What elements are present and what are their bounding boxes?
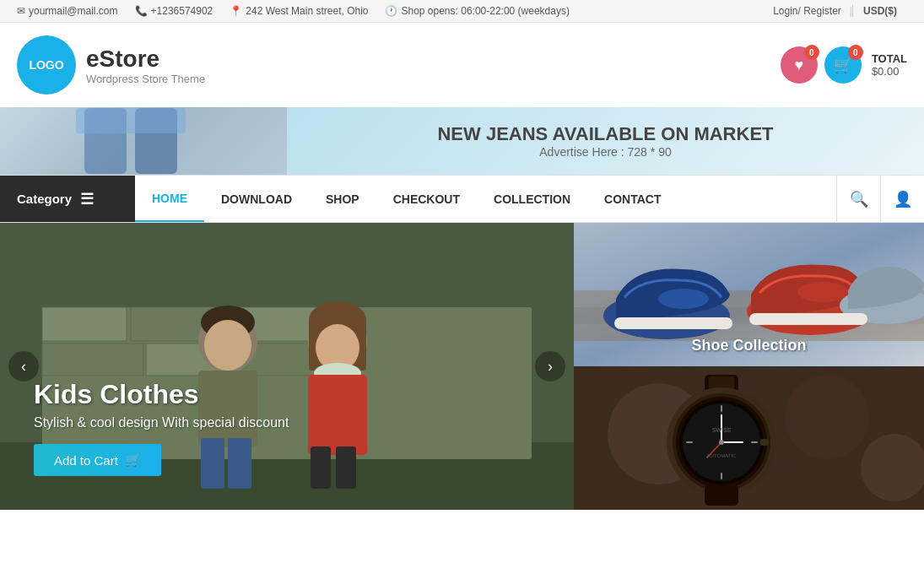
slider-next-button[interactable]: › (535, 351, 565, 381)
top-bar-right: Login/ Register | USD($) (765, 5, 907, 17)
logo-area: LOGO eStore Wordpress Store Theme (17, 35, 205, 95)
email-info: ✉ yourmail@mail.com (17, 5, 118, 17)
svg-rect-50 (721, 405, 722, 412)
svg-rect-2 (76, 108, 186, 133)
banner-subtitle: Advertise Here : 728 * 90 (304, 145, 907, 159)
top-bar-left: ✉ yourmail@mail.com 📞 +1236574902 📍 242 … (17, 5, 570, 17)
cart-badge: 0 (848, 45, 863, 60)
svg-point-14 (204, 320, 251, 371)
svg-rect-26 (336, 446, 356, 489)
nav-contact[interactable]: CONTACT (587, 177, 678, 221)
address-info: 📍 242 West Main street, Ohio (230, 5, 368, 17)
hours-info: 🕐 Shop opens: 06:00-22:00 (weekdays) (385, 5, 569, 17)
banner-placeholder (0, 107, 287, 175)
nav-shop[interactable]: SHOP (309, 177, 376, 221)
banner-title: NEW JEANS AVAILABLE ON MARKET (304, 123, 907, 145)
phone-icon: 📞 (135, 5, 148, 17)
svg-rect-53 (751, 441, 758, 443)
svg-rect-6 (42, 307, 127, 341)
total-label: TOTAL (872, 52, 907, 65)
shoes-panel[interactable]: Shoe Collection (574, 223, 924, 366)
svg-rect-52 (686, 441, 693, 443)
store-info: eStore Wordpress Store Theme (86, 46, 205, 85)
store-name: eStore (86, 46, 205, 73)
login-register-link[interactable]: Login/ Register (765, 5, 850, 17)
svg-rect-58 (705, 484, 738, 506)
location-icon: 📍 (230, 5, 242, 17)
store-tagline: Wordpress Store Theme (86, 73, 205, 85)
logo: LOGO (17, 35, 76, 95)
side-panels: Shoe Collection (574, 223, 924, 510)
svg-text:AUTOMATIC: AUTOMATIC (707, 453, 737, 458)
slider-overlay: Kids Clothes Stylish & cool design With … (34, 379, 289, 476)
top-bar: ✉ yourmail@mail.com 📞 +1236574902 📍 242 … (0, 0, 924, 23)
banner-decoration (59, 108, 228, 174)
slider: Kids Clothes Stylish & cool design With … (0, 223, 574, 510)
banner-image (0, 107, 287, 175)
shoes-panel-label: Shoe Collection (574, 337, 924, 354)
svg-point-35 (797, 282, 848, 302)
svg-rect-9 (42, 344, 143, 376)
header-actions: ♥ 0 🛒 0 TOTAL $0.00 (781, 46, 907, 84)
total-area: TOTAL $0.00 (872, 52, 907, 78)
nav-home[interactable]: HOME (135, 176, 204, 222)
clock-icon: 🕐 (385, 5, 397, 17)
nav-icons: 🔍 👤 (836, 176, 924, 222)
search-button[interactable]: 🔍 (836, 176, 880, 222)
cart-icon-btn: 🛒 (125, 452, 141, 468)
phone-info: 📞 +1236574902 (135, 5, 213, 17)
svg-point-57 (719, 440, 724, 445)
chevron-right-icon: › (548, 358, 553, 376)
nav-links: HOME DOWNLOAD SHOP CHECKOUT COLLECTION C… (135, 176, 836, 222)
user-icon: 👤 (894, 190, 912, 208)
watches-illustration: SWISS AUTOMATIC (574, 366, 924, 510)
banner: NEW JEANS AVAILABLE ON MARKET Advertise … (0, 107, 924, 175)
nav-download[interactable]: DOWNLOAD (204, 177, 309, 221)
wishlist-badge: 0 (804, 45, 819, 60)
category-button[interactable]: Category ☰ (0, 176, 135, 222)
add-to-cart-label: Add to Cart (54, 453, 118, 468)
nav-checkout[interactable]: CHECKOUT (376, 177, 477, 221)
slider-prev-button[interactable]: ‹ (8, 351, 39, 381)
hamburger-icon: ☰ (80, 190, 94, 208)
slider-title: Kids Clothes (34, 379, 289, 410)
user-button[interactable]: 👤 (880, 176, 924, 222)
currency-selector[interactable]: USD($) (852, 5, 907, 17)
search-icon: 🔍 (850, 190, 868, 208)
svg-rect-37 (614, 317, 732, 329)
cart-icon: 🛒 (834, 56, 852, 74)
svg-point-41 (785, 375, 869, 459)
chevron-left-icon: ‹ (21, 358, 26, 376)
svg-text:SWISS: SWISS (712, 427, 732, 433)
main-content: Kids Clothes Stylish & cool design With … (0, 223, 924, 510)
nav-bar: Category ☰ HOME DOWNLOAD SHOP CHECKOUT C… (0, 175, 924, 223)
slider-subtitle: Stylish & cool design With special disco… (34, 415, 289, 430)
svg-rect-59 (760, 439, 769, 446)
watches-panel[interactable]: SWISS AUTOMATIC (574, 366, 924, 510)
svg-rect-24 (308, 375, 367, 455)
heart-icon: ♥ (795, 57, 804, 74)
category-label: Category (17, 192, 72, 206)
wishlist-button[interactable]: ♥ 0 (781, 46, 818, 84)
banner-text: NEW JEANS AVAILABLE ON MARKET Advertise … (287, 115, 924, 167)
svg-rect-51 (721, 473, 722, 479)
cart-button[interactable]: 🛒 0 (824, 46, 862, 84)
email-icon: ✉ (17, 5, 25, 17)
header: LOGO eStore Wordpress Store Theme ♥ 0 🛒 … (0, 23, 924, 107)
nav-collection[interactable]: COLLECTION (477, 177, 587, 221)
svg-point-33 (658, 289, 709, 309)
add-to-cart-button[interactable]: Add to Cart 🛒 (34, 444, 161, 476)
svg-rect-25 (311, 446, 331, 489)
total-amount: $0.00 (872, 65, 907, 78)
svg-rect-38 (749, 313, 867, 325)
